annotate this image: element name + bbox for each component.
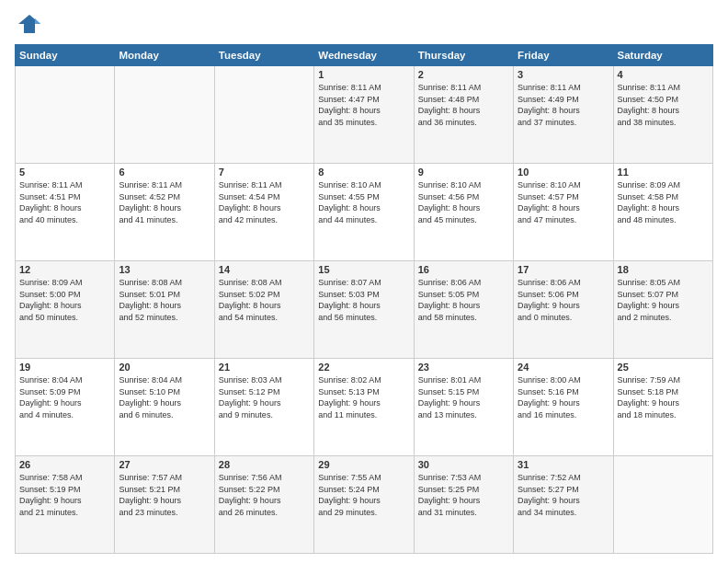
day-cell: 23Sunrise: 8:01 AM Sunset: 5:15 PM Dayli… [414,359,513,456]
column-header-monday: Monday [115,45,214,66]
day-number: 30 [418,459,509,470]
day-cell [214,66,313,164]
day-info: Sunrise: 8:10 AM Sunset: 4:57 PM Dayligh… [518,179,609,225]
day-info: Sunrise: 8:01 AM Sunset: 5:15 PM Dayligh… [418,374,509,420]
day-info: Sunrise: 7:59 AM Sunset: 5:18 PM Dayligh… [618,374,709,420]
column-header-thursday: Thursday [414,45,513,66]
day-cell [613,456,712,554]
day-info: Sunrise: 8:11 AM Sunset: 4:47 PM Dayligh… [318,82,409,128]
day-info: Sunrise: 8:04 AM Sunset: 5:10 PM Dayligh… [119,374,210,420]
logo-area [15,11,42,37]
week-row-2: 12Sunrise: 8:09 AM Sunset: 5:00 PM Dayli… [16,261,713,359]
day-info: Sunrise: 7:57 AM Sunset: 5:21 PM Dayligh… [119,472,210,518]
column-header-saturday: Saturday [613,45,712,66]
day-number: 15 [318,264,409,275]
day-number: 18 [618,264,709,275]
day-info: Sunrise: 8:04 AM Sunset: 5:09 PM Dayligh… [19,374,110,420]
day-number: 4 [618,69,709,80]
day-info: Sunrise: 8:11 AM Sunset: 4:51 PM Dayligh… [19,179,110,225]
day-number: 13 [119,264,210,275]
day-info: Sunrise: 8:10 AM Sunset: 4:55 PM Dayligh… [318,179,409,225]
week-row-4: 26Sunrise: 7:58 AM Sunset: 5:19 PM Dayli… [16,456,713,554]
day-info: Sunrise: 8:06 AM Sunset: 5:05 PM Dayligh… [418,277,509,323]
day-info: Sunrise: 8:11 AM Sunset: 4:54 PM Dayligh… [219,179,310,225]
day-info: Sunrise: 8:06 AM Sunset: 5:06 PM Dayligh… [518,277,609,323]
day-info: Sunrise: 8:03 AM Sunset: 5:12 PM Dayligh… [219,374,310,420]
day-info: Sunrise: 7:56 AM Sunset: 5:22 PM Dayligh… [219,472,310,518]
day-info: Sunrise: 7:58 AM Sunset: 5:19 PM Dayligh… [19,472,110,518]
day-number: 10 [518,167,609,178]
day-cell: 26Sunrise: 7:58 AM Sunset: 5:19 PM Dayli… [16,456,115,554]
day-cell: 22Sunrise: 8:02 AM Sunset: 5:13 PM Dayli… [314,359,414,456]
day-cell: 18Sunrise: 8:05 AM Sunset: 5:07 PM Dayli… [613,261,712,359]
day-number: 26 [19,459,110,470]
day-cell: 25Sunrise: 7:59 AM Sunset: 5:18 PM Dayli… [613,359,712,456]
day-number: 24 [518,362,609,373]
day-cell: 30Sunrise: 7:53 AM Sunset: 5:25 PM Dayli… [414,456,513,554]
day-number: 7 [219,167,310,178]
day-info: Sunrise: 8:05 AM Sunset: 5:07 PM Dayligh… [618,277,709,323]
day-number: 22 [318,362,409,373]
day-cell: 8Sunrise: 8:10 AM Sunset: 4:55 PM Daylig… [314,164,414,261]
day-info: Sunrise: 8:09 AM Sunset: 4:58 PM Dayligh… [618,179,709,225]
day-info: Sunrise: 7:53 AM Sunset: 5:25 PM Dayligh… [418,472,509,518]
day-info: Sunrise: 7:52 AM Sunset: 5:27 PM Dayligh… [518,472,609,518]
day-number: 29 [318,459,409,470]
day-number: 3 [518,69,609,80]
day-cell: 3Sunrise: 8:11 AM Sunset: 4:49 PM Daylig… [514,66,613,164]
column-header-friday: Friday [514,45,613,66]
day-cell [115,66,214,164]
day-info: Sunrise: 8:10 AM Sunset: 4:56 PM Dayligh… [418,179,509,225]
day-number: 17 [518,264,609,275]
day-info: Sunrise: 8:11 AM Sunset: 4:50 PM Dayligh… [618,82,709,128]
day-number: 5 [19,167,110,178]
day-info: Sunrise: 8:09 AM Sunset: 5:00 PM Dayligh… [19,277,110,323]
day-number: 20 [119,362,210,373]
day-cell: 29Sunrise: 7:55 AM Sunset: 5:24 PM Dayli… [314,456,414,554]
day-cell: 28Sunrise: 7:56 AM Sunset: 5:22 PM Dayli… [214,456,313,554]
day-cell: 1Sunrise: 8:11 AM Sunset: 4:47 PM Daylig… [314,66,414,164]
day-cell: 5Sunrise: 8:11 AM Sunset: 4:51 PM Daylig… [16,164,115,261]
day-number: 14 [219,264,310,275]
day-info: Sunrise: 8:08 AM Sunset: 5:01 PM Dayligh… [119,277,210,323]
day-cell: 4Sunrise: 8:11 AM Sunset: 4:50 PM Daylig… [613,66,712,164]
day-number: 31 [518,459,609,470]
day-info: Sunrise: 7:55 AM Sunset: 5:24 PM Dayligh… [318,472,409,518]
week-row-1: 5Sunrise: 8:11 AM Sunset: 4:51 PM Daylig… [16,164,713,261]
day-cell: 15Sunrise: 8:07 AM Sunset: 5:03 PM Dayli… [314,261,414,359]
day-info: Sunrise: 8:02 AM Sunset: 5:13 PM Dayligh… [318,374,409,420]
day-number: 2 [418,69,509,80]
day-number: 16 [418,264,509,275]
day-info: Sunrise: 8:11 AM Sunset: 4:49 PM Dayligh… [518,82,609,128]
day-cell: 10Sunrise: 8:10 AM Sunset: 4:57 PM Dayli… [514,164,613,261]
day-number: 1 [318,69,409,80]
day-number: 12 [19,264,110,275]
week-row-0: 1Sunrise: 8:11 AM Sunset: 4:47 PM Daylig… [16,66,713,164]
day-cell: 13Sunrise: 8:08 AM Sunset: 5:01 PM Dayli… [115,261,214,359]
column-header-tuesday: Tuesday [214,45,313,66]
day-number: 28 [219,459,310,470]
day-cell [16,66,115,164]
day-info: Sunrise: 8:11 AM Sunset: 4:52 PM Dayligh… [119,179,210,225]
day-cell: 31Sunrise: 7:52 AM Sunset: 5:27 PM Dayli… [514,456,613,554]
day-cell: 9Sunrise: 8:10 AM Sunset: 4:56 PM Daylig… [414,164,513,261]
calendar-table: SundayMondayTuesdayWednesdayThursdayFrid… [15,44,713,554]
day-number: 27 [119,459,210,470]
day-number: 6 [119,167,210,178]
day-number: 11 [618,167,709,178]
day-number: 21 [219,362,310,373]
week-row-3: 19Sunrise: 8:04 AM Sunset: 5:09 PM Dayli… [16,359,713,456]
column-header-wednesday: Wednesday [314,45,414,66]
header-row: SundayMondayTuesdayWednesdayThursdayFrid… [16,45,713,66]
day-info: Sunrise: 8:11 AM Sunset: 4:48 PM Dayligh… [418,82,509,128]
day-info: Sunrise: 8:08 AM Sunset: 5:02 PM Dayligh… [219,277,310,323]
page: SundayMondayTuesdayWednesdayThursdayFrid… [0,0,728,563]
day-cell: 7Sunrise: 8:11 AM Sunset: 4:54 PM Daylig… [214,164,313,261]
day-number: 25 [618,362,709,373]
logo-icon [17,11,42,37]
day-cell: 19Sunrise: 8:04 AM Sunset: 5:09 PM Dayli… [16,359,115,456]
day-cell: 16Sunrise: 8:06 AM Sunset: 5:05 PM Dayli… [414,261,513,359]
svg-marker-1 [35,18,40,24]
header [15,11,713,37]
day-cell: 12Sunrise: 8:09 AM Sunset: 5:00 PM Dayli… [16,261,115,359]
